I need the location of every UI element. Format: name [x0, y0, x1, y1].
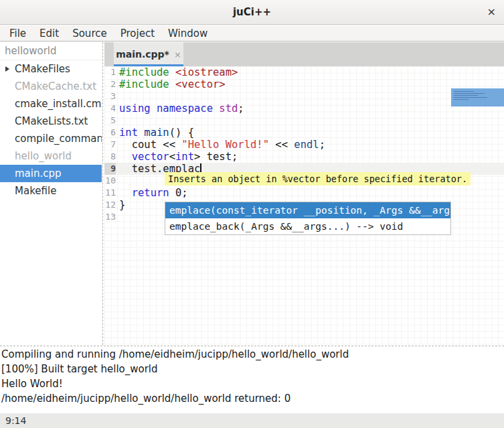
expand-arrow-icon[interactable] [5, 66, 9, 72]
code-line-text [116, 115, 119, 127]
code-editor[interactable]: 1#include <iostream>2#include <vector>34… [104, 66, 504, 345]
minimap-overview[interactable] [451, 88, 504, 106]
tab-main-cpp[interactable]: main.cpp* × [114, 42, 183, 66]
tab-label: main.cpp* [116, 49, 169, 60]
code-line[interactable]: 7 cout << "Hello World!" << endl; [104, 139, 504, 151]
file-tree-item[interactable]: CMakeFiles [0, 60, 102, 78]
tab-close-icon[interactable]: × [174, 50, 181, 60]
line-number: 1 [104, 66, 116, 78]
line-number: 7 [104, 139, 116, 151]
file-name: CMakeFiles [15, 63, 70, 75]
menu-item[interactable]: Edit [33, 27, 66, 40]
code-line[interactable]: 3 [104, 90, 504, 102]
file-name: CMakeCache.txt [15, 80, 96, 92]
terminal-line: Compiling and running /home/eidheim/juci… [1, 347, 504, 362]
doc-tooltip: Inserts an object in %vector before spec… [165, 172, 471, 186]
code-line[interactable]: 8 vector<int> test; [104, 151, 504, 163]
code-line[interactable]: 2#include <vector> [104, 78, 504, 90]
code-line-text [116, 175, 119, 187]
line-number: 9 [104, 163, 116, 175]
file-tree-item[interactable]: cmake_install.cmake [0, 95, 102, 113]
tab-bar: main.cpp* × [104, 42, 504, 66]
window-close-button[interactable]: × [487, 0, 496, 24]
cursor-position: 9:14 [5, 415, 26, 426]
terminal-output[interactable]: Compiling and running /home/eidheim/juci… [0, 347, 504, 413]
minimap-code-thumbnail [454, 93, 485, 94]
code-line-text: #include <iostream> [116, 66, 238, 78]
line-number: 11 [104, 187, 116, 199]
code-line-text: int main() { [116, 127, 194, 139]
code-line-text: cout << "Hello World!" << endl; [116, 139, 325, 151]
line-number: 12 [104, 199, 116, 211]
terminal-line: [100%] Built target hello_world [1, 362, 504, 376]
line-number: 13 [104, 211, 116, 223]
code-line[interactable]: 1#include <iostream> [104, 66, 504, 78]
code-line-text: using namespace std; [116, 102, 244, 115]
minimap-code-thumbnail [454, 97, 487, 98]
line-number: 8 [104, 151, 116, 163]
code-line[interactable]: 6int main() { [104, 127, 504, 139]
file-name: hello_world [15, 150, 72, 162]
file-name: CMakeLists.txt [15, 115, 88, 127]
terminal-line: Hello World! [1, 376, 504, 391]
file-tree-item[interactable]: CMakeLists.txt [0, 113, 102, 130]
code-line-text: vector<int> test; [116, 151, 238, 163]
jucipp-window: juCi++ × FileEditSourceProjectWindow hel… [0, 0, 504, 428]
code-line-text [116, 211, 119, 223]
file-name: Makefile [15, 185, 56, 197]
file-tree-item[interactable]: main.cpp [0, 165, 102, 182]
status-bar: 9:14 [0, 413, 504, 428]
editor-pane: main.cpp* × 1#include <iostream>2#includ… [104, 42, 504, 345]
code-line[interactable]: 5 [104, 115, 504, 127]
line-number: 10 [104, 175, 116, 187]
project-directory-label[interactable]: helloworld [0, 42, 102, 60]
menu-item[interactable]: Source [66, 27, 114, 40]
file-tree-item[interactable]: compile_commands.json [0, 130, 102, 147]
file-name: compile_commands.json [15, 133, 102, 145]
terminal-line: /home/eidheim/jucipp/hello_world/hello_w… [1, 391, 504, 406]
code-line-text: } [116, 199, 125, 211]
code-line[interactable]: 4using namespace std; [104, 102, 504, 115]
line-number: 5 [104, 115, 116, 127]
line-number: 3 [104, 90, 116, 102]
menubar: FileEditSourceProjectWindow [0, 25, 504, 42]
autocomplete-item[interactable]: emplace_back(_Args &&__args...) --> void [165, 218, 450, 234]
file-tree-item[interactable]: CMakeCache.txt [0, 78, 102, 95]
window-title: juCi++ [0, 0, 504, 24]
file-tree-item[interactable]: hello_world [0, 147, 102, 165]
menu-item[interactable]: File [3, 27, 33, 40]
minimap-code-thumbnail [454, 91, 474, 92]
file-name: cmake_install.cmake [15, 98, 102, 110]
code-line[interactable]: 11 return 0; [104, 187, 504, 199]
menu-item[interactable]: Project [114, 27, 161, 40]
code-line-text: return 0; [116, 187, 188, 199]
line-number: 6 [104, 127, 116, 139]
file-tree-item[interactable]: Makefile [0, 182, 102, 200]
autocomplete-popup: emplace(const_iterator __position, _Args… [165, 202, 451, 235]
code-line-text: #include <vector> [116, 78, 226, 90]
file-name: main.cpp [15, 167, 62, 180]
file-tree: CMakeFiles CMakeCache.txt cmake_install.… [0, 60, 102, 200]
autocomplete-item[interactable]: emplace(const_iterator __position, _Args… [165, 202, 450, 218]
menu-item[interactable]: Window [161, 27, 214, 40]
line-number: 4 [104, 102, 116, 115]
line-number: 2 [104, 78, 116, 90]
file-tree-panel: helloworld CMakeFiles CMakeCache.txt cma… [0, 42, 102, 345]
code-lines: 1#include <iostream>2#include <vector>34… [104, 66, 504, 223]
minimap-code-thumbnail [454, 99, 469, 100]
titlebar[interactable]: juCi++ × [0, 0, 504, 25]
minimap-code-thumbnail [454, 95, 478, 96]
code-line-text [116, 90, 119, 102]
